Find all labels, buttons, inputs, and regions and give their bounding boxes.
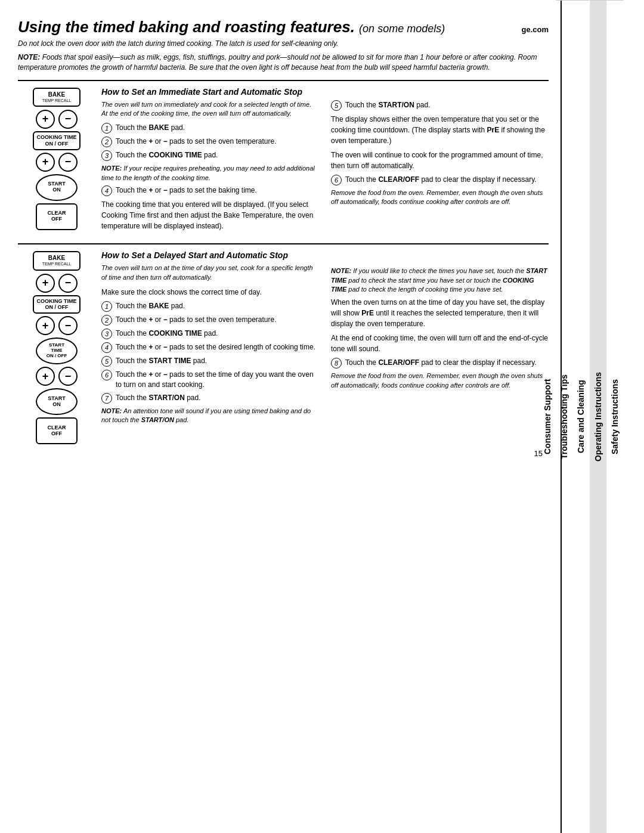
- step2-1: 1 Touch the BAKE pad.: [101, 301, 319, 312]
- cooking-time-button-1: COOKING TIME ON / OFF: [33, 131, 80, 150]
- plus-button-2b: +: [36, 316, 55, 335]
- start-button-2: START ON: [36, 388, 78, 415]
- minus-button-2: −: [58, 274, 78, 293]
- section1: BAKE TEMP RECALL + − COOKING TIME ON / O…: [18, 80, 549, 236]
- col-left-1: The oven will turn on immediately and co…: [101, 100, 319, 236]
- section2-right-italic: Remove the food from the oven. Remember,…: [331, 371, 549, 390]
- sidebar-section-operating: Operating Instructions: [590, 0, 606, 833]
- clear-button-2: CLEAR OFF: [36, 417, 78, 444]
- cooking-time-button-2: COOKING TIME ON / OFF: [33, 295, 80, 314]
- step2-5: 5 Touch the START TIME pad.: [101, 356, 319, 367]
- col-right-2: NOTE: If you would like to check the tim…: [331, 264, 549, 428]
- section2-right-note: NOTE: If you would like to check the tim…: [331, 267, 549, 294]
- plus-button-1b: +: [36, 153, 55, 172]
- step1-4: 4 Touch the + or − pads to set the bakin…: [101, 185, 319, 196]
- step1-1: 1 Touch the BAKE pad.: [101, 123, 319, 134]
- sidebar-section-troubleshooting: Troubleshooting Tips: [556, 0, 572, 833]
- minus-button-1: −: [58, 110, 78, 129]
- sidebar-section-safety: Safety Instructions: [606, 0, 623, 833]
- page-header: Using the timed baking and roasting feat…: [18, 18, 549, 73]
- section2: BAKE TEMP RECALL + − COOKING TIME ON / O…: [18, 243, 549, 444]
- step2-4: 4 Touch the + or − pads to set the desir…: [101, 342, 319, 353]
- clear-button-1: CLEAR OFF: [36, 203, 78, 230]
- step2-8: 8 Touch the CLEAR/OFF pad to clear the d…: [331, 358, 549, 368]
- oven-diagram-2: BAKE TEMP RECALL + − COOKING TIME ON / O…: [18, 250, 101, 444]
- bake-button-2: BAKE TEMP RECALL: [33, 251, 80, 270]
- step2-3: 3 Touch the COOKING TIME pad.: [101, 329, 319, 339]
- section1-right-body2: The oven will continue to cook for the p…: [331, 150, 549, 171]
- plus-minus-row-1b: + −: [33, 153, 80, 172]
- step2-7: 7 Touch the START/ON pad.: [101, 393, 319, 404]
- plus-button-2c: +: [36, 367, 55, 386]
- sidebar: Safety Instructions Operating Instructio…: [561, 0, 623, 833]
- note-block: NOTE: Foods that spoil easily—such as mi…: [18, 52, 549, 73]
- start-time-button-2: START TIME ON / OFF: [36, 337, 78, 364]
- sidebar-section-care: Care and Cleaning: [572, 0, 589, 833]
- section2-right-body1: When the oven turns on at the time of da…: [331, 297, 549, 329]
- instructions-area-1: How to Set an Immediate Start and Automa…: [101, 87, 549, 236]
- plus-button-1: +: [36, 110, 55, 129]
- section2-note-bottom: NOTE: An attention tone will sound if yo…: [101, 407, 319, 425]
- page-title: Using the timed baking and roasting feat…: [18, 18, 445, 36]
- step2-6: 6 Touch the + or − pads to set the time …: [101, 370, 319, 390]
- page-number: 15: [18, 449, 549, 458]
- step1-2: 2 Touch the + or − pads to set the oven …: [101, 137, 319, 147]
- section1-heading: How to Set an Immediate Start and Automa…: [101, 87, 549, 97]
- minus-button-2c: −: [58, 367, 78, 386]
- section2-heading: How to Set a Delayed Start and Automatic…: [101, 250, 549, 260]
- plus-minus-row-2: + −: [33, 274, 80, 293]
- section1-right-italic: Remove the food from the oven. Remember,…: [331, 188, 549, 207]
- col-left-2: The oven will turn on at the time of day…: [101, 264, 319, 428]
- oven-diagram-1: BAKE TEMP RECALL + − COOKING TIME ON / O…: [18, 87, 101, 236]
- sidebar-section-consumer: Consumer Support: [539, 0, 556, 833]
- section1-right-body1: The display shows either the oven temper…: [331, 114, 549, 146]
- step1-6: 6 Touch the CLEAR/OFF pad to clear the d…: [331, 175, 549, 185]
- instructions-area-2: How to Set a Delayed Start and Automatic…: [101, 250, 549, 444]
- plus-minus-row-2c: + −: [33, 367, 80, 386]
- section1-middle-text: The cooking time that you entered will b…: [101, 199, 319, 231]
- plus-button-2: +: [36, 274, 55, 293]
- caution-text: Do not lock the oven door with the latch…: [18, 39, 549, 49]
- plus-minus-row-1: + −: [33, 110, 80, 129]
- section1-intro: The oven will turn on immediately and co…: [101, 100, 319, 119]
- minus-button-2b: −: [58, 316, 78, 335]
- start-button-1: START ON: [36, 174, 78, 201]
- section2-intro: The oven will turn on at the time of day…: [101, 264, 319, 282]
- step1-5: 5 Touch the START/ON pad.: [331, 100, 549, 111]
- step1-3: 3 Touch the COOKING TIME pad.: [101, 150, 319, 161]
- section1-note: NOTE: If your recipe requires preheating…: [101, 164, 319, 182]
- bake-button-1: BAKE TEMP RECALL: [33, 88, 80, 107]
- col-right-1: 5 Touch the START/ON pad. The display sh…: [331, 100, 549, 236]
- section2-make-sure: Make sure the clock shows the correct ti…: [101, 287, 319, 298]
- step2-2: 2 Touch the + or − pads to set the oven …: [101, 315, 319, 326]
- plus-minus-row-2b: + −: [33, 316, 80, 335]
- section2-right-body2: At the end of cooking time, the oven wil…: [331, 333, 549, 354]
- minus-button-1b: −: [58, 153, 78, 172]
